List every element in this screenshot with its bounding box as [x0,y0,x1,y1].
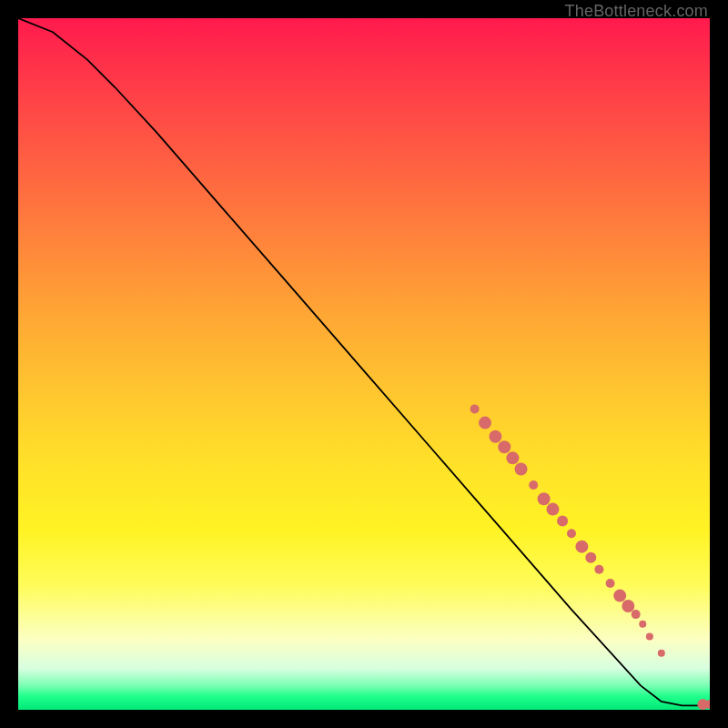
data-point [606,579,615,588]
data-point [585,552,596,563]
data-point [498,440,511,453]
data-point [632,610,641,619]
bottleneck-curve [18,18,710,705]
data-point [646,632,653,640]
plot-area [18,18,710,710]
data-point [639,621,646,628]
data-point [506,451,519,464]
data-points [470,404,710,710]
data-point [470,404,480,413]
data-point [594,565,603,574]
data-point [567,529,576,538]
chart-overlay [18,18,710,710]
data-point [613,590,626,602]
data-point [622,600,634,612]
data-point [546,503,559,516]
data-point [515,463,528,476]
data-point [575,541,588,553]
data-point [489,430,501,443]
data-point [538,492,551,505]
data-point [557,516,568,527]
data-point [658,650,665,657]
data-point [529,480,538,490]
chart-stage: TheBottleneck.com [0,0,728,728]
data-point [479,417,491,430]
